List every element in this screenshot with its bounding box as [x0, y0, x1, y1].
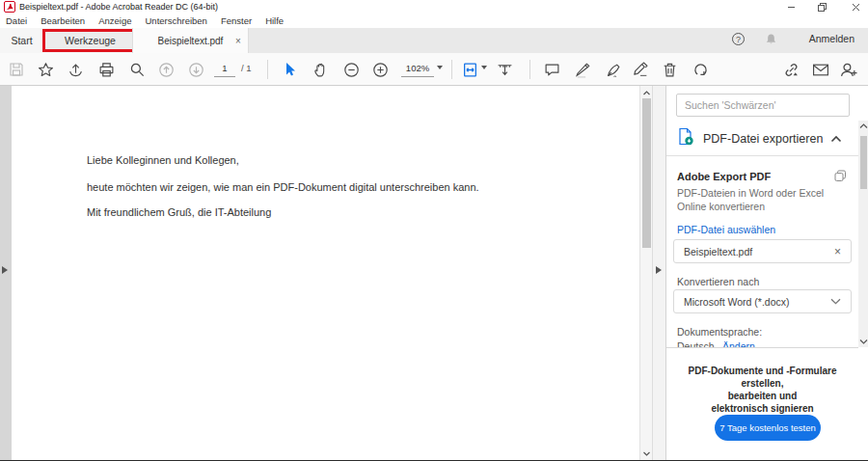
sign-in-link[interactable]: Anmelden [809, 33, 854, 44]
save-icon[interactable] [8, 61, 25, 78]
scroll-up-icon[interactable] [642, 89, 651, 97]
tab-close-icon[interactable]: × [231, 34, 245, 47]
close-button[interactable] [845, 1, 866, 13]
zoom-out-icon[interactable] [342, 61, 360, 78]
tools-search-input[interactable] [676, 94, 850, 117]
zoom-in-icon[interactable] [371, 61, 389, 78]
document-scrollbar[interactable] [639, 86, 652, 461]
email-icon[interactable] [812, 61, 829, 78]
navigation-pane-expander-icon[interactable] [2, 266, 8, 274]
menu-datei[interactable]: Datei [0, 15, 34, 26]
panel-scrollbar-thumb[interactable] [860, 136, 867, 189]
star-favorite-icon[interactable] [37, 61, 54, 78]
next-page-icon[interactable] [187, 61, 204, 78]
tools-panel: PDF-Datei exportieren Adobe Export PDF P… [665, 86, 868, 461]
convert-format-value: Microsoft Word (*.docx) [684, 296, 830, 308]
selected-file-name: Beispieltext.pdf [684, 246, 834, 258]
copy-icon[interactable] [834, 170, 847, 182]
acrobat-reader-window: Beispieltext.pdf - Adobe Acrobat Reader … [0, 0, 868, 461]
panel-scrollbar[interactable] [858, 121, 868, 347]
selected-file-box[interactable]: Beispieltext.pdf × [673, 239, 852, 263]
panel-scroll-region: PDF-Datei exportieren Adobe Export PDF P… [666, 121, 858, 347]
promo-text-line: PDF-Dokumente und -Formulare erstellen, [666, 365, 858, 390]
page-scrolling-icon[interactable] [496, 61, 513, 78]
select-pdf-link[interactable]: PDF-Datei auswählen [677, 224, 775, 235]
add-user-icon[interactable] [840, 61, 857, 78]
titlebar: Beispieltext.pdf - Adobe Acrobat Reader … [0, 0, 868, 14]
print-icon[interactable] [97, 61, 115, 78]
previous-page-icon[interactable] [157, 61, 175, 78]
document-text-line: Liebe Kolleginnen und Kollegen, [87, 154, 239, 166]
menu-anzeige[interactable]: Anzeige [92, 15, 138, 26]
tab-document-label: Beispieltext.pdf [158, 36, 224, 46]
find-icon[interactable] [128, 61, 146, 78]
export-pdf-icon [676, 127, 694, 146]
export-heading: Adobe Export PDF [677, 171, 771, 182]
document-language-value: Deutsch. [677, 340, 717, 347]
export-description: PDF-Dateien in Word oder Excel Online ko… [677, 186, 843, 213]
promo-text-line: bearbeiten und [666, 390, 858, 402]
share-link-icon[interactable] [782, 61, 800, 78]
menu-hilfe[interactable]: Hilfe [258, 15, 290, 26]
panel-scroll-down-icon[interactable] [859, 338, 868, 345]
convert-format-dropdown[interactable]: Microsoft Word (*.docx) [673, 289, 852, 313]
restore-button[interactable] [811, 1, 832, 13]
share-file-icon[interactable] [67, 61, 84, 78]
panel-section-title[interactable]: PDF-Datei exportieren [703, 132, 823, 146]
document-scrollbar-thumb[interactable] [642, 98, 651, 248]
tabbar: Start Werkzeuge Beispieltext.pdf × ? Anm… [0, 28, 868, 53]
menu-bearbeiten[interactable]: Bearbeiten [34, 15, 92, 26]
tools-pane-gutter [652, 86, 665, 461]
page-fit-icon[interactable] [461, 61, 478, 78]
dropdown-chevron-icon [830, 298, 841, 305]
tools-pane-expander-icon[interactable] [656, 266, 662, 274]
zoom-level-value[interactable]: 102% [401, 61, 434, 77]
panel-scroll-up-icon[interactable] [859, 122, 868, 130]
select-tool-icon[interactable] [281, 61, 298, 78]
page-fit-caret-icon[interactable] [481, 66, 487, 69]
clear-file-icon[interactable]: × [834, 245, 841, 258]
document-language-label: Dokumentsprache: [677, 326, 762, 338]
promo-section: PDF-Dokumente und -Formulare erstellen, … [666, 347, 858, 461]
document-text-line: Mit freundlichem Gruß, die IT-Abteilung [87, 206, 271, 218]
highlight-icon[interactable] [574, 61, 591, 78]
change-language-link[interactable]: Ändern [722, 340, 755, 347]
acrobat-app-icon [4, 1, 15, 13]
page-total-label: / 1 [241, 63, 252, 73]
collapse-chevron-up-icon[interactable] [830, 135, 842, 143]
convert-to-label: Konvertieren nach [677, 276, 759, 287]
promo-text-line: elektronisch signieren [666, 402, 858, 415]
page-number-input[interactable]: 1 [214, 61, 235, 77]
free-trial-button[interactable]: 7 Tage kostenlos testen [715, 415, 821, 441]
document-area: Liebe Kolleginnen und Kollegen, heute mö… [0, 86, 665, 461]
zoom-caret-icon[interactable] [437, 66, 443, 69]
help-icon[interactable]: ? [732, 33, 745, 45]
toolbar: 1 / 1 102% [0, 53, 868, 86]
menu-fenster[interactable]: Fenster [214, 15, 258, 26]
pdf-page: Liebe Kolleginnen und Kollegen, heute mö… [12, 86, 639, 461]
minimize-button[interactable] [780, 1, 801, 13]
document-text-line: heute möchten wir zeigen, wie man ein PD… [87, 181, 479, 193]
refresh-icon[interactable] [692, 61, 709, 78]
scroll-down-icon[interactable] [642, 449, 651, 458]
tab-start[interactable]: Start [0, 28, 43, 53]
delete-icon[interactable] [661, 61, 678, 78]
comment-icon[interactable] [543, 61, 560, 78]
window-title: Beispieltext.pdf - Adobe Acrobat Reader … [19, 2, 218, 12]
notifications-bell-icon[interactable] [765, 33, 777, 45]
menubar: Datei Bearbeiten Anzeige Unterschreiben … [0, 14, 868, 28]
hand-tool-icon[interactable] [312, 61, 329, 78]
tab-werkzeuge-label: Werkzeuge [65, 35, 116, 46]
sign-pen-icon[interactable] [605, 61, 622, 78]
fill-and-sign-icon[interactable] [632, 61, 649, 78]
tab-werkzeuge[interactable]: Werkzeuge [42, 29, 138, 52]
menu-unterschreiben[interactable]: Unterschreiben [138, 15, 213, 26]
